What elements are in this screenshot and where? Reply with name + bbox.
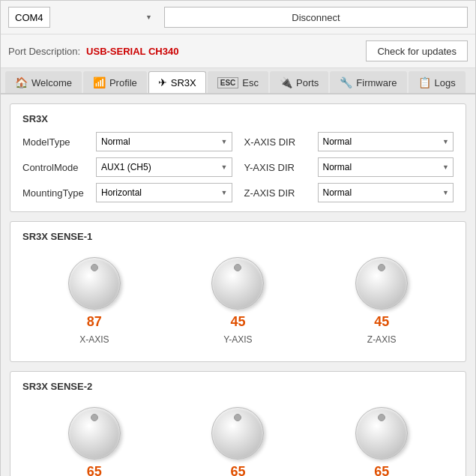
- sense2-y-value: 65: [230, 464, 245, 476]
- model-type-row: ModelType Normal: [22, 132, 232, 151]
- sense2-x-knob[interactable]: [68, 407, 121, 460]
- sense1-y-label: Y-AXIS: [223, 334, 252, 345]
- tab-ports-label: Ports: [296, 77, 319, 88]
- sense2-section: SR3X SENSE-2 65 X-AXIS 65 Y-AXIS 65 Z-AX…: [10, 371, 466, 476]
- sense2-y-knob-container: 65 Y-AXIS: [211, 407, 264, 476]
- tab-esc-label: Esc: [242, 77, 259, 88]
- tab-firmware-label: Firmware: [356, 77, 397, 88]
- sense1-x-knob[interactable]: [68, 257, 121, 310]
- sense2-x-value: 65: [87, 464, 102, 476]
- sense1-z-knob-container: 45 Z-AXIS: [355, 257, 408, 345]
- settings-grid: ModelType Normal ControlMode AUX1 (CH5): [22, 132, 454, 202]
- sr3x-section-title: SR3X: [22, 113, 454, 124]
- sense1-x-knob-container: 87 X-AXIS: [68, 257, 121, 345]
- tab-welcome[interactable]: 🏠 Welcome: [5, 71, 82, 93]
- sr3x-icon: ✈: [158, 76, 167, 88]
- mounting-type-row: MountingType Horizontal: [22, 183, 232, 202]
- sense1-z-label: Z-AXIS: [367, 334, 397, 345]
- check-updates-button[interactable]: Check for updates: [366, 40, 468, 61]
- x-axis-dir-select[interactable]: Normal: [318, 132, 454, 151]
- mounting-type-select[interactable]: Horizontal: [96, 183, 232, 202]
- z-axis-dir-row: Z-AXIS DIR Normal: [244, 183, 454, 202]
- sense1-x-label: X-AXIS: [79, 334, 109, 345]
- sense2-title: SR3X SENSE-2: [22, 381, 454, 392]
- model-type-select-wrapper: Normal: [96, 132, 232, 151]
- y-axis-dir-label: Y-AXIS DIR: [244, 162, 312, 173]
- port-value: USB-SERIAL CH340: [86, 46, 178, 57]
- firmware-icon: 🔧: [340, 76, 352, 88]
- tab-logs[interactable]: 📋 Logs: [409, 71, 466, 93]
- tab-sr3x-label: SR3X: [171, 77, 196, 88]
- sense2-z-value: 65: [374, 464, 389, 476]
- tab-ports[interactable]: 🔌 Ports: [270, 71, 328, 93]
- sense2-knobs: 65 X-AXIS 65 Y-AXIS 65 Z-AXIS: [22, 400, 454, 476]
- sense1-y-knob[interactable]: [211, 257, 264, 310]
- tab-sr3x[interactable]: ✈ SR3X: [148, 71, 206, 93]
- model-type-select[interactable]: Normal: [96, 132, 232, 151]
- x-axis-dir-select-wrapper: Normal: [318, 132, 454, 151]
- control-mode-row: ControlMode AUX1 (CH5): [22, 157, 232, 177]
- sense2-z-knob[interactable]: [355, 407, 408, 460]
- mounting-type-select-wrapper: Horizontal: [96, 183, 232, 202]
- disconnect-button[interactable]: Disconnect: [164, 7, 468, 28]
- sense2-y-knob[interactable]: [211, 407, 264, 460]
- tab-profile-label: Profile: [109, 77, 137, 88]
- ports-icon: 🔌: [280, 76, 292, 88]
- port-description-label: Port Description:: [8, 46, 80, 57]
- logs-icon: 📋: [418, 76, 431, 88]
- tab-firmware[interactable]: 🔧 Firmware: [330, 71, 406, 93]
- profile-icon: 📶: [93, 76, 106, 88]
- sr3x-settings-section: SR3X ModelType Normal ControlMode: [10, 103, 466, 212]
- y-axis-dir-row: Y-AXIS DIR Normal: [244, 157, 454, 177]
- x-axis-dir-row: X-AXIS DIR Normal: [244, 132, 454, 151]
- welcome-icon: 🏠: [15, 76, 28, 88]
- z-axis-dir-label: Z-AXIS DIR: [244, 187, 312, 199]
- tab-profile[interactable]: 📶 Profile: [83, 71, 147, 93]
- settings-right: X-AXIS DIR Normal Y-AXIS DIR Normal: [244, 132, 454, 202]
- com-port-select[interactable]: COM4: [8, 7, 50, 28]
- tab-welcome-label: Welcome: [31, 77, 72, 88]
- x-axis-dir-label: X-AXIS DIR: [244, 136, 312, 148]
- app-container: COM4 Disconnect Port Description: USB-SE…: [0, 0, 476, 476]
- z-axis-dir-select-wrapper: Normal: [318, 183, 454, 202]
- control-mode-select[interactable]: AUX1 (CH5): [96, 157, 232, 177]
- z-axis-dir-select[interactable]: Normal: [318, 183, 454, 202]
- sense2-z-knob-container: 65 Z-AXIS: [355, 407, 408, 476]
- model-type-label: ModelType: [22, 136, 90, 148]
- control-mode-select-wrapper: AUX1 (CH5): [96, 157, 232, 177]
- top-bar: COM4 Disconnect: [1, 1, 475, 34]
- esc-icon: ESC: [217, 77, 239, 88]
- settings-left: ModelType Normal ControlMode AUX1 (CH5): [22, 132, 232, 202]
- sense1-y-knob-container: 45 Y-AXIS: [211, 257, 264, 345]
- com-port-wrapper: COM4: [8, 7, 158, 28]
- y-axis-dir-select[interactable]: Normal: [318, 157, 454, 177]
- sense2-x-knob-container: 65 X-AXIS: [68, 407, 121, 476]
- sense1-section: SR3X SENSE-1 87 X-AXIS 45 Y-AXIS 45 Z-AX…: [10, 221, 466, 362]
- tab-logs-label: Logs: [435, 77, 456, 88]
- main-content: SR3X ModelType Normal ControlMode: [1, 94, 475, 476]
- port-bar: Port Description: USB-SERIAL CH340 Check…: [1, 34, 475, 68]
- y-axis-dir-select-wrapper: Normal: [318, 157, 454, 177]
- nav-tabs: 🏠 Welcome 📶 Profile ✈ SR3X ESC Esc 🔌 Por…: [1, 68, 475, 94]
- mounting-type-label: MountingType: [22, 187, 90, 199]
- sense1-title: SR3X SENSE-1: [22, 231, 454, 242]
- sense1-y-value: 45: [230, 314, 245, 330]
- sense1-x-value: 87: [87, 314, 102, 330]
- sense1-z-knob[interactable]: [355, 257, 408, 310]
- sense1-z-value: 45: [374, 314, 389, 330]
- sense1-knobs: 87 X-AXIS 45 Y-AXIS 45 Z-AXIS: [22, 250, 454, 352]
- tab-esc[interactable]: ESC Esc: [208, 71, 268, 93]
- control-mode-label: ControlMode: [22, 162, 90, 173]
